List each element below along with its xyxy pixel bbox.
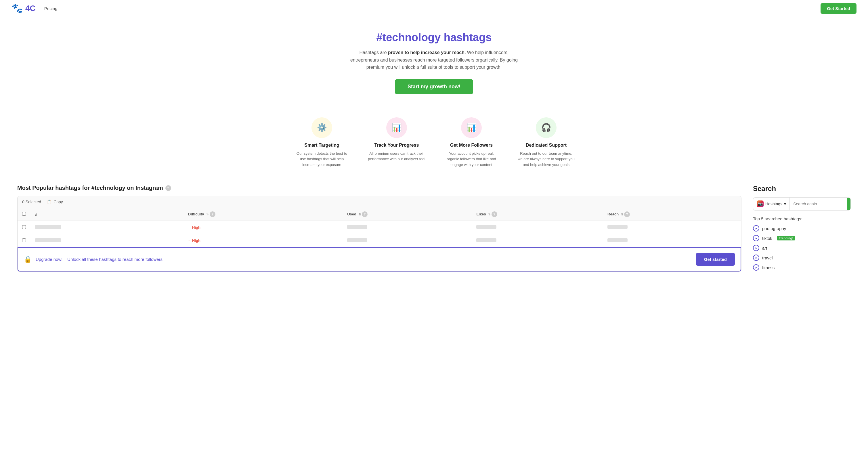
main-content: Most Popular hashtags for #technology on… [0,179,868,283]
row2-checkbox [18,234,30,247]
table-toolbar: 0 Selected 📋 Copy [18,196,741,208]
row2-select-checkbox[interactable] [22,238,26,242]
feature-dedicated-support-title: Dedicated Support [518,143,575,148]
hashtag-name-tiktok[interactable]: tiktok [762,236,772,241]
feature-track-progress: 📊 Track Your Progress All premium users … [368,117,425,168]
nav-pricing[interactable]: Pricing [44,6,58,11]
selected-count: 0 Selected [22,200,41,204]
search-button[interactable]: 🔍 [847,198,851,210]
row1-checkbox [18,221,30,234]
col-reach: Reach ⇅ ? [603,208,741,221]
col-likes: Likes ⇅ ? [472,208,603,221]
hashtag-name-art[interactable]: art [762,246,767,250]
header: 🐾 4C Pricing Get Started [0,0,868,17]
likes-sort-icon[interactable]: ⇅ [488,213,490,216]
top-searched-title: Top 5 searched hashtags: [753,216,851,221]
hero-description: Hashtags are proven to help increase you… [345,49,523,71]
hashtag-section: Most Popular hashtags for #technology on… [17,185,741,272]
difficulty-sort-icon[interactable]: ⇅ [206,213,209,216]
feature-track-progress-desc: All premium users can track their perfor… [368,151,425,162]
row1-used-blurred [347,225,367,229]
hashtag-name-travel[interactable]: travel [762,255,773,260]
hashtag-name-fitness[interactable]: fitness [762,265,775,270]
row2-used-blurred [347,238,367,242]
search-input[interactable] [790,199,847,209]
used-sort-icon[interactable]: ⇅ [359,213,361,216]
lock-icon: 🔒 [24,256,32,263]
hashtag-arrow-icon-photography [753,225,759,232]
features-section: ⚙️ Smart Targeting Our system detects th… [0,103,868,179]
search-sidebar: Search 📷 Hashtags ▾ 🔍 Top 5 searched has… [753,185,851,271]
feature-dedicated-support-desc: Reach out to our team anytime, we are al… [518,151,575,168]
row1-likes [472,221,603,234]
upgrade-get-started-button[interactable]: Get started [696,253,735,266]
track-progress-icon: 📊 [386,117,407,138]
header-cta-button[interactable]: Get Started [820,3,857,14]
row2-used [343,234,472,247]
row2-difficulty: ↑ High [184,234,343,247]
row1-used [343,221,472,234]
hero-cta-button[interactable]: Start my growth now! [395,79,473,94]
hashtag-name-photography[interactable]: photography [762,226,786,231]
row2-hashtag [30,234,184,247]
instagram-icon: 📷 [757,201,764,207]
page-title: #technology hashtags [6,31,862,44]
list-item: photography [753,225,851,232]
feature-smart-targeting-desc: Our system detects the best to use hasht… [293,151,350,168]
feature-smart-targeting-title: Smart Targeting [293,143,350,148]
upgrade-banner-left: 🔒 Upgrade now! – Unlock all these hashta… [24,256,162,263]
row1-difficulty: ↑ High [184,221,343,234]
search-platform-selector[interactable]: 📷 Hashtags ▾ [753,197,790,210]
upgrade-text: Upgrade now! – Unlock all these hashtags… [36,257,162,262]
row2-hashtag-blurred [35,238,61,242]
list-item: art [753,245,851,251]
row1-hashtag-blurred [35,225,61,229]
likes-help-icon[interactable]: ? [492,211,497,217]
logo-text: 4C [25,4,36,13]
row1-hashtag [30,221,184,234]
hashtag-list: photography tiktok Trending! art travel … [753,225,851,271]
platform-chevron: ▾ [784,202,786,206]
feature-smart-targeting: ⚙️ Smart Targeting Our system detects th… [293,117,350,168]
row1-difficulty-arrow: ↑ [188,225,190,230]
row2-likes [472,234,603,247]
feature-get-followers-desc: Your account picks up real, organic foll… [443,151,500,168]
used-help-icon[interactable]: ? [362,211,368,217]
difficulty-help-icon[interactable]: ? [210,211,215,217]
platform-label: Hashtags [765,202,782,206]
row1-reach [603,221,741,234]
hashtag-table: # Difficulty ⇅ ? Used ⇅ ? [18,208,741,247]
table-row: ↑ High [18,234,741,247]
col-checkbox [18,208,30,221]
table-row: ↑ High [18,221,741,234]
col-difficulty: Difficulty ⇅ ? [184,208,343,221]
copy-button[interactable]: 📋 Copy [47,200,63,204]
reach-sort-icon[interactable]: ⇅ [621,213,623,216]
row2-difficulty-value: ↑ High [188,238,200,243]
get-followers-icon: 📊 [461,117,482,138]
hashtag-section-title: Most Popular hashtags for #technology on… [17,185,741,191]
copy-icon: 📋 [47,200,52,204]
reach-help-icon[interactable]: ? [624,211,630,217]
col-used: Used ⇅ ? [343,208,472,221]
row2-reach [603,234,741,247]
row1-reach-blurred [608,225,627,229]
row1-difficulty-value: ↑ High [188,225,200,230]
list-item: fitness [753,264,851,271]
feature-track-progress-title: Track Your Progress [368,143,425,148]
feature-get-followers: 📊 Get More Followers Your account picks … [443,117,500,168]
logo-icon: 🐾 [11,3,23,14]
hashtag-arrow-icon-travel [753,254,759,261]
select-all-checkbox[interactable] [22,212,26,216]
list-item: tiktok Trending! [753,235,851,241]
table-header-row: # Difficulty ⇅ ? Used ⇅ ? [18,208,741,221]
help-icon[interactable]: ? [165,185,171,191]
hashtag-arrow-icon-tiktok [753,235,759,241]
feature-get-followers-title: Get More Followers [443,143,500,148]
search-sidebar-title: Search [753,185,851,193]
feature-dedicated-support: 🎧 Dedicated Support Reach out to our tea… [518,117,575,168]
row1-select-checkbox[interactable] [22,225,26,229]
row1-likes-blurred [476,225,496,229]
upgrade-banner: 🔒 Upgrade now! – Unlock all these hashta… [18,247,741,272]
header-nav: Pricing [44,6,58,11]
